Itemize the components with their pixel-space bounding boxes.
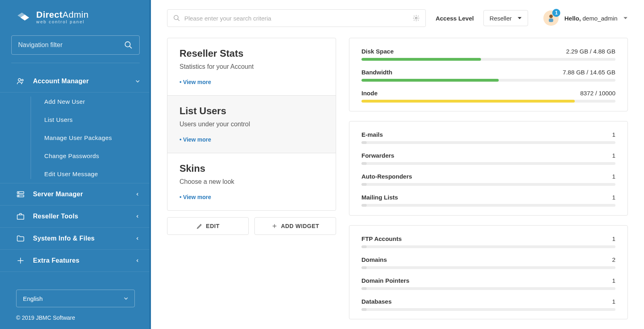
stat-value: 1 (612, 298, 615, 305)
stat-value: 1 (612, 152, 615, 159)
search-icon (124, 41, 133, 49)
logo-icon (16, 10, 31, 24)
stat-name: Bandwidth (361, 69, 392, 76)
chevron-left-icon (136, 236, 140, 241)
progress-bar (361, 204, 615, 207)
nav-add-new-user[interactable]: Add New User (0, 93, 151, 111)
svg-rect-8 (17, 215, 24, 219)
widget-reseller-stats[interactable]: Reseller Stats Statistics for your Accou… (167, 38, 336, 95)
chevron-down-icon (124, 296, 128, 300)
svg-point-0 (125, 42, 130, 47)
stat-row: E-mails1 (361, 131, 615, 144)
svg-point-9 (174, 15, 178, 20)
nav-server-manager[interactable]: Server Manager (0, 183, 151, 206)
folder-icon (16, 234, 25, 243)
stat-name: E-mails (361, 131, 383, 138)
svg-point-12 (549, 14, 553, 18)
stat-row: Domain Pointers1 (361, 277, 615, 290)
view-more-link[interactable]: View more (180, 194, 211, 200)
nav-label: System Info & Files (33, 235, 128, 242)
progress-bar (361, 266, 615, 269)
view-more-link[interactable]: View more (180, 136, 211, 143)
greeting: Hello, demo_admin (564, 15, 617, 22)
nav-account-sub: Add New User List Users Manage User Pack… (0, 93, 151, 183)
svg-line-1 (130, 46, 132, 49)
stat-name: Databases (361, 298, 392, 305)
add-widget-button[interactable]: ADD WIDGET (254, 217, 336, 235)
progress-bar (361, 100, 615, 103)
stat-name: FTP Accounts (361, 235, 402, 242)
nav-label: Reseller Tools (33, 213, 128, 220)
stat-name: Domain Pointers (361, 277, 409, 284)
nav-account-manager[interactable]: Account Manager (0, 70, 151, 93)
progress-bar (361, 162, 615, 165)
stat-row: Databases1 (361, 298, 615, 311)
view-more-link[interactable]: View more (180, 79, 211, 85)
stats-primary-panel: Disk Space2.29 GB / 4.88 GB Bandwidth7.8… (349, 38, 628, 111)
svg-point-3 (21, 79, 23, 81)
stat-value: 1 (612, 131, 615, 138)
nav-change-passwords[interactable]: Change Passwords (0, 147, 151, 165)
access-level-label: Access Level (436, 15, 474, 22)
nav-manage-packages[interactable]: Manage User Packages (0, 129, 151, 147)
nav-extra-features[interactable]: Extra Features (0, 250, 151, 272)
nav-reseller-tools[interactable]: Reseller Tools (0, 206, 151, 228)
stat-name: Forwarders (361, 152, 394, 159)
language-label: English (23, 295, 124, 302)
stat-value: 1 (612, 194, 615, 201)
copyright: © 2019 JBMC Software (0, 315, 151, 329)
stat-row: Forwarders1 (361, 152, 615, 165)
svg-point-6 (19, 192, 19, 193)
language-select[interactable]: English (16, 290, 135, 307)
progress-bar (361, 141, 615, 144)
widget-list-users[interactable]: List Users Users under your control View… (167, 95, 336, 153)
gear-icon[interactable] (413, 14, 420, 22)
progress-bar (361, 183, 615, 186)
svg-line-10 (178, 19, 180, 21)
widget-desc: Users under your control (180, 121, 324, 128)
avatar: 1 (543, 10, 559, 26)
stat-value: 1 (612, 173, 615, 180)
search-icon (173, 14, 180, 22)
main: Access Level Reseller 1 Hello, demo_admi… (151, 0, 644, 329)
stat-name: Mailing Lists (361, 194, 398, 201)
nav-label: Extra Features (33, 257, 128, 264)
logo[interactable]: DirectAdmin web control panel (0, 0, 151, 35)
nav-list-users[interactable]: List Users (0, 111, 151, 129)
nav-label: Account Manager (33, 78, 128, 85)
stat-name: Domains (361, 256, 387, 263)
chevron-down-icon (136, 79, 140, 83)
stat-value: 1 (612, 235, 615, 242)
svg-point-11 (415, 17, 417, 19)
plus-icon (271, 223, 278, 229)
svg-rect-13 (549, 19, 553, 22)
stats-other-panel: FTP Accounts1 Domains2 Domain Pointers1 … (349, 225, 628, 319)
stats-mail-panel: E-mails1 Forwarders1 Auto-Responders1 Ma… (349, 121, 628, 215)
stat-value: 8372 / 10000 (580, 90, 615, 97)
chevron-down-icon (517, 16, 522, 21)
progress-bar (361, 287, 615, 290)
search-input[interactable] (167, 9, 426, 27)
edit-button[interactable]: EDIT (167, 217, 249, 235)
logo-text: DirectAdmin web control panel (36, 10, 89, 24)
sidebar: DirectAdmin web control panel Account Ma… (0, 0, 151, 329)
nav-edit-user-message[interactable]: Edit User Message (0, 165, 151, 183)
topbar: Access Level Reseller 1 Hello, demo_admi… (151, 0, 644, 28)
stat-row: Domains2 (361, 256, 615, 269)
nav-system-info[interactable]: System Info & Files (0, 228, 151, 250)
stat-row: Mailing Lists1 (361, 194, 615, 207)
access-level-value: Reseller (489, 15, 512, 22)
stat-row: Disk Space2.29 GB / 4.88 GB (361, 48, 615, 61)
chevron-down-icon (623, 16, 628, 21)
widget-skins[interactable]: Skins Choose a new look View more (167, 153, 336, 210)
users-icon (16, 77, 25, 86)
svg-point-2 (18, 78, 21, 81)
nav-filter-input[interactable] (11, 35, 140, 55)
progress-bar (361, 79, 615, 82)
access-level-select[interactable]: Reseller (483, 10, 528, 26)
stat-value: 2 (612, 256, 615, 263)
briefcase-icon (16, 212, 25, 221)
stat-name: Disk Space (361, 48, 394, 55)
user-menu[interactable]: 1 Hello, demo_admin (543, 10, 628, 26)
plus-icon (16, 256, 25, 265)
